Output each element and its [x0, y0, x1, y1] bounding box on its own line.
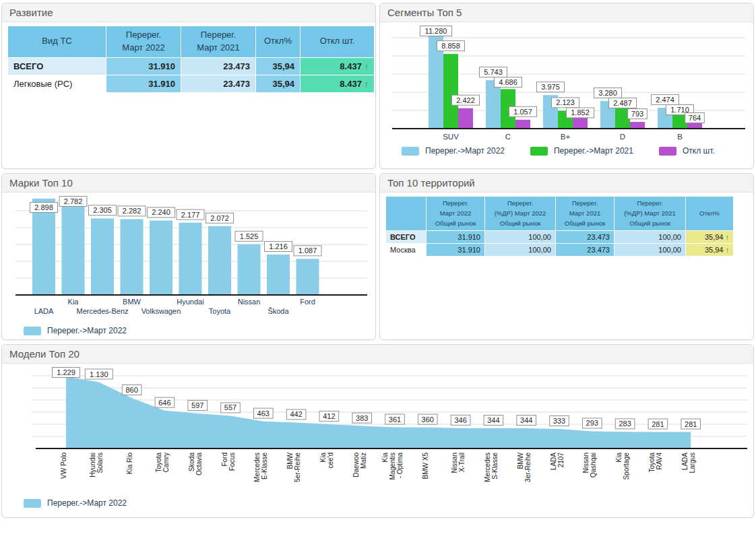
bar-SUV[interactable] — [443, 54, 458, 129]
column-header[interactable]: Перерег.Март 2021Общий рынок — [556, 197, 614, 230]
column-header[interactable]: Откл% — [686, 197, 733, 230]
value-cell[interactable]: 100,00 — [615, 231, 685, 243]
category-label: Largus — [689, 453, 696, 473]
column-header[interactable]: Перерег.Март 2022Общий рынок — [427, 197, 484, 230]
column-header[interactable]: Вид ТС — [8, 26, 106, 57]
value-cell[interactable]: 23.473 — [556, 231, 614, 243]
bar-Nissan[interactable] — [238, 244, 261, 295]
value-cell[interactable]: 31.910 — [106, 75, 181, 92]
value-cell[interactable]: 100,00 — [485, 231, 555, 243]
column-header[interactable]: Перерег.(%ДР) Март 2022Общий рынок — [485, 197, 555, 230]
category-label: Kia Rio — [126, 453, 133, 475]
value-label: 1.229 — [57, 368, 75, 376]
column-header[interactable]: Перерег.(%ДР) Март 2021Общий рынок — [615, 197, 685, 230]
legend-item[interactable]: Перерег.->Март 2022 — [402, 146, 505, 156]
row-label-cell[interactable]: Москва — [386, 244, 426, 256]
bar-Ford[interactable] — [296, 259, 319, 295]
legend-item[interactable]: Откл шт. — [659, 146, 715, 156]
value-label: 463 — [257, 409, 270, 418]
category-label: RAV4 — [656, 453, 663, 470]
value-cell[interactable]: 31.910 — [427, 231, 484, 243]
row-label-cell[interactable]: ВСЕГО — [8, 58, 106, 75]
value-label: 8.858 — [441, 42, 460, 50]
value-label: 597 — [191, 401, 203, 409]
category-label: Qashqai — [590, 453, 597, 477]
legend-item[interactable]: Перерег.->Март 2022 — [24, 326, 127, 335]
value-cell[interactable]: 8.437 ↑ — [301, 75, 374, 92]
value-cell[interactable]: 23.473 — [181, 75, 255, 92]
legend-label: Перерег.->Март 2022 — [425, 146, 505, 156]
category-label: B — [677, 133, 683, 141]
category-label: Toyota — [209, 307, 231, 315]
bar-Volkswagen[interactable] — [150, 220, 172, 295]
category-label: Kia — [381, 453, 389, 463]
value-cell[interactable]: 35,94 ↑ — [686, 244, 733, 256]
category-label: Daewoo — [352, 453, 360, 477]
bar-Kia[interactable] — [62, 203, 85, 295]
value-cell[interactable]: 31.910 — [427, 244, 484, 256]
legend-item[interactable]: Перерег.->Март 2021 — [530, 146, 633, 156]
value-cell[interactable]: 100,00 — [485, 244, 555, 256]
category-label: Škoda — [267, 307, 289, 315]
category-label: Volkswagen — [141, 307, 181, 315]
value-cell[interactable]: 35,94 — [256, 58, 300, 75]
table-row: ВСЕГО31.91023.47335,948.437 ↑ — [8, 58, 374, 75]
category-label: 2107 — [557, 453, 565, 468]
category-label: Kia — [615, 453, 623, 463]
value-label: 793 — [631, 110, 643, 118]
category-label: SUV — [443, 133, 459, 141]
column-header[interactable]: Перерег.Март 2022 — [106, 26, 181, 57]
category-label: S-Klasse — [491, 453, 499, 479]
category-label: BMW X5 — [422, 453, 429, 479]
category-label: BMW — [286, 452, 294, 469]
category-label: Ford — [300, 298, 315, 306]
value-cell[interactable]: 31.910 — [106, 58, 181, 75]
column-header[interactable] — [386, 197, 426, 230]
value-label: 4.686 — [499, 78, 517, 86]
value-label: 344 — [520, 416, 532, 424]
panel-title: Модели Топ 20 — [2, 345, 753, 364]
table-row: ВСЕГО31.910100,0023.473100,0035,94 ↑ — [386, 231, 733, 243]
value-cell[interactable]: 23.473 — [556, 244, 614, 256]
bar-SUV[interactable] — [458, 108, 473, 129]
up-arrow: ↑ — [365, 61, 369, 71]
category-label: Mercedes — [484, 453, 491, 482]
bar-Mercedes-Benz[interactable] — [91, 218, 114, 295]
panel-territories: Топ 10 территорий Перерег.Март 2022Общий… — [379, 173, 754, 340]
category-label: Solaris — [96, 453, 104, 473]
column-header[interactable]: Откл% — [256, 26, 300, 57]
bar-LADA[interactable] — [32, 199, 55, 295]
category-label: Hyundai — [177, 298, 203, 306]
bar-Toyota[interactable] — [208, 226, 231, 295]
bar-BMW[interactable] — [121, 219, 144, 295]
legend-swatch — [659, 147, 676, 156]
panel-brands: Марки Топ 10 LADAKiaMercedes-BenzBMWVolk… — [1, 173, 376, 340]
value-label: 764 — [689, 114, 701, 122]
category-label: cee'd — [327, 453, 334, 469]
legend-item[interactable]: Перерег.->Март 2022 — [24, 498, 127, 508]
category-label: LADA — [681, 453, 689, 470]
bar-Hyundai[interactable] — [179, 223, 202, 295]
category-label: Hyundai — [89, 453, 96, 477]
bar-Škoda[interactable] — [267, 255, 290, 295]
row-label-cell[interactable]: ВСЕГО — [386, 231, 426, 243]
bar-D[interactable] — [630, 122, 645, 129]
column-header[interactable]: Откл шт. — [301, 26, 374, 57]
brands-legend: Перерег.->Март 2022 — [2, 326, 375, 335]
value-label: 361 — [389, 415, 401, 424]
value-label: 281 — [652, 420, 664, 428]
category-label: BMW — [123, 298, 141, 306]
value-label: 1.852 — [571, 108, 590, 116]
value-cell[interactable]: 23.473 — [181, 58, 255, 75]
value-cell[interactable]: 8.437 ↑ — [301, 58, 374, 75]
value-cell[interactable]: 100,00 — [615, 244, 685, 256]
column-header[interactable]: Перерег.Март 2021 — [181, 26, 255, 57]
value-cell[interactable]: 35,94 ↑ — [686, 231, 733, 243]
segments-legend: Перерег.->Март 2022Перерег.->Март 2021От… — [380, 146, 753, 156]
bar-C[interactable] — [515, 120, 530, 129]
value-label: 1.216 — [269, 242, 288, 251]
value-label: 2.422 — [456, 96, 475, 104]
value-cell[interactable]: 35,94 — [256, 75, 300, 92]
category-label: B+ — [561, 133, 571, 141]
row-label-cell[interactable]: Легковые (PC) — [8, 75, 106, 92]
